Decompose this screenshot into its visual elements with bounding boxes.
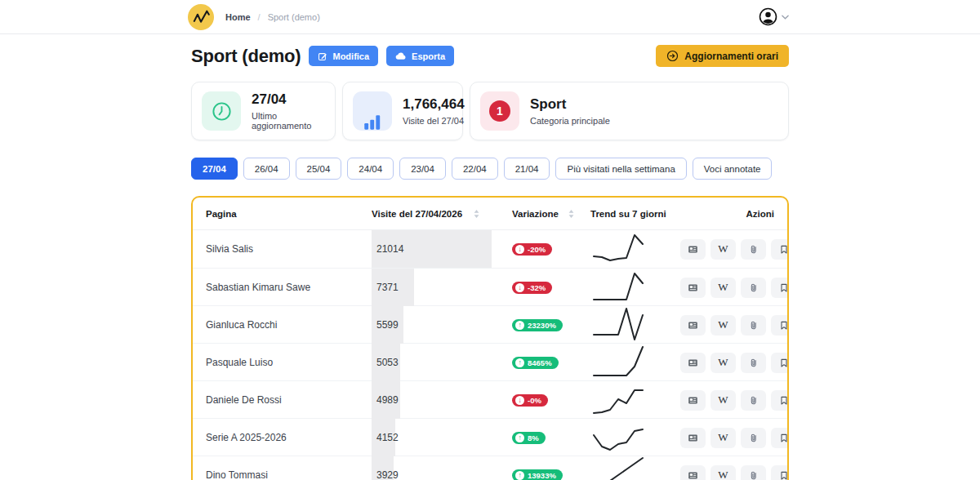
wikipedia-action-button[interactable]: W xyxy=(710,278,736,298)
visits-cell: 4152 xyxy=(372,419,512,456)
visits-table: Pagina Visite del 27/04/2026 Variazione … xyxy=(191,196,789,480)
visits-count: 5599 xyxy=(372,319,399,331)
variation-cell: ↑23230% xyxy=(512,318,590,331)
table-body: Silvia Salis21014↓-20%WSabastian Kimaru … xyxy=(193,230,787,480)
bookmark-action-button[interactable] xyxy=(771,390,789,411)
column-header-visits: Visite del 27/04/2026 xyxy=(372,209,512,219)
link-icon xyxy=(748,470,759,480)
variation-badge: ↓-32% xyxy=(512,282,552,294)
trend-cell xyxy=(590,306,680,344)
date-filter-21-04[interactable]: 21/04 xyxy=(504,158,550,180)
arrow-up-icon: ↑ xyxy=(515,471,524,480)
bookmark-icon xyxy=(779,358,789,368)
news-icon xyxy=(688,358,698,368)
wikipedia-icon: W xyxy=(718,431,728,444)
edit-button[interactable]: Modifica xyxy=(309,46,378,66)
news-action-button[interactable] xyxy=(680,390,706,411)
trend-sparkline xyxy=(592,344,644,381)
trend-sparkline xyxy=(592,419,644,456)
chevron-down-icon[interactable] xyxy=(782,15,789,20)
bookmark-icon xyxy=(779,244,789,255)
sort-icon-variation[interactable] xyxy=(568,209,575,219)
wikipedia-action-button[interactable]: W xyxy=(710,390,736,411)
bookmark-action-button[interactable] xyxy=(771,465,789,480)
news-action-button[interactable] xyxy=(680,315,706,336)
user-avatar-icon[interactable] xyxy=(759,7,777,26)
bookmark-icon xyxy=(779,470,789,480)
app-logo[interactable] xyxy=(188,4,214,30)
link-action-button[interactable] xyxy=(741,465,766,480)
news-action-button[interactable] xyxy=(680,353,706,373)
variation-cell: ↑8% xyxy=(512,431,590,444)
page-header: Sport (demo) Modifica Esporta Aggiorname… xyxy=(191,45,789,67)
variation-badge: ↓-0% xyxy=(512,394,548,407)
wikipedia-icon: W xyxy=(718,356,728,369)
cloud-export-icon xyxy=(395,51,407,60)
news-icon xyxy=(688,395,698,406)
page-name: Daniele De Rossi xyxy=(193,394,372,406)
date-filter-27-04[interactable]: 27/04 xyxy=(191,158,238,180)
trend-cell xyxy=(590,344,680,381)
column-header-actions: Azioni xyxy=(680,209,787,219)
page-name: Pasquale Luiso xyxy=(193,357,372,368)
news-action-button[interactable] xyxy=(680,278,706,298)
visits-label: Visite del 27/04 xyxy=(403,116,465,126)
breadcrumb-separator: / xyxy=(258,12,261,22)
link-action-button[interactable] xyxy=(741,278,766,298)
date-filter-pi-visitati-nella-settimana[interactable]: Più visitati nella settimana xyxy=(555,158,686,180)
news-icon xyxy=(688,282,698,293)
visits-count: 7371 xyxy=(372,282,399,293)
trend-sparkline xyxy=(592,230,644,268)
bookmark-action-button[interactable] xyxy=(771,428,789,448)
date-filter-23-04[interactable]: 23/04 xyxy=(399,158,446,180)
variation-cell: ↑8465% xyxy=(512,356,590,369)
hourly-updates-button[interactable]: Aggiornamenti orari xyxy=(656,45,789,67)
date-filter-22-04[interactable]: 22/04 xyxy=(452,158,498,180)
stat-card-category: 1 Sport Categoria principale xyxy=(470,82,789,140)
date-filter-25-04[interactable]: 25/04 xyxy=(296,158,342,180)
link-action-button[interactable] xyxy=(741,315,766,336)
date-filter-26-04[interactable]: 26/04 xyxy=(243,158,290,180)
table-row: Daniele De Rossi4989↓-0%W xyxy=(193,380,787,418)
sort-icon-visits[interactable] xyxy=(473,209,480,219)
stat-card-visits: 1,766,464 Visite del 27/04 xyxy=(342,82,463,140)
breadcrumb-home[interactable]: Home xyxy=(225,12,251,22)
visits-cell: 5599 xyxy=(372,306,512,344)
wikipedia-action-button[interactable]: W xyxy=(710,353,736,373)
variation-badge: ↑8465% xyxy=(512,357,559,369)
link-action-button[interactable] xyxy=(741,390,766,411)
trend-sparkline xyxy=(592,381,644,419)
arrow-circle-icon xyxy=(666,50,679,62)
visits-value: 1,766,464 xyxy=(403,96,465,113)
news-icon xyxy=(688,244,698,255)
wikipedia-action-button[interactable]: W xyxy=(710,239,736,260)
bookmark-action-button[interactable] xyxy=(771,315,789,336)
date-filter-voci-annotate[interactable]: Voci annotate xyxy=(693,158,773,180)
wikipedia-icon: W xyxy=(718,318,728,331)
actions-cell: W xyxy=(680,390,789,411)
wikipedia-action-button[interactable]: W xyxy=(710,465,736,480)
wikipedia-action-button[interactable]: W xyxy=(710,315,736,336)
table-row: Pasquale Luiso5053↑8465%W xyxy=(193,343,787,380)
trend-cell xyxy=(590,230,680,268)
date-filter-24-04[interactable]: 24/04 xyxy=(347,158,394,180)
trend-sparkline xyxy=(592,269,644,306)
link-action-button[interactable] xyxy=(741,428,766,448)
breadcrumb-current: Sport (demo) xyxy=(268,12,320,22)
export-button[interactable]: Esporta xyxy=(386,46,454,66)
bookmark-action-button[interactable] xyxy=(771,239,789,260)
bookmark-icon xyxy=(779,433,789,443)
news-action-button[interactable] xyxy=(680,465,706,480)
news-action-button[interactable] xyxy=(680,239,706,260)
logo-trend-icon xyxy=(190,7,212,28)
bookmark-icon xyxy=(779,320,789,331)
link-action-button[interactable] xyxy=(741,239,766,260)
table-header-row: Pagina Visite del 27/04/2026 Variazione … xyxy=(193,198,787,230)
bookmark-action-button[interactable] xyxy=(771,278,789,298)
bookmark-action-button[interactable] xyxy=(771,353,789,373)
news-action-button[interactable] xyxy=(680,428,706,448)
table-row: Silvia Salis21014↓-20%W xyxy=(193,230,787,268)
table-row: Sabastian Kimaru Sawe7371↓-32%W xyxy=(193,268,787,305)
wikipedia-action-button[interactable]: W xyxy=(710,428,736,448)
link-action-button[interactable] xyxy=(741,353,766,373)
